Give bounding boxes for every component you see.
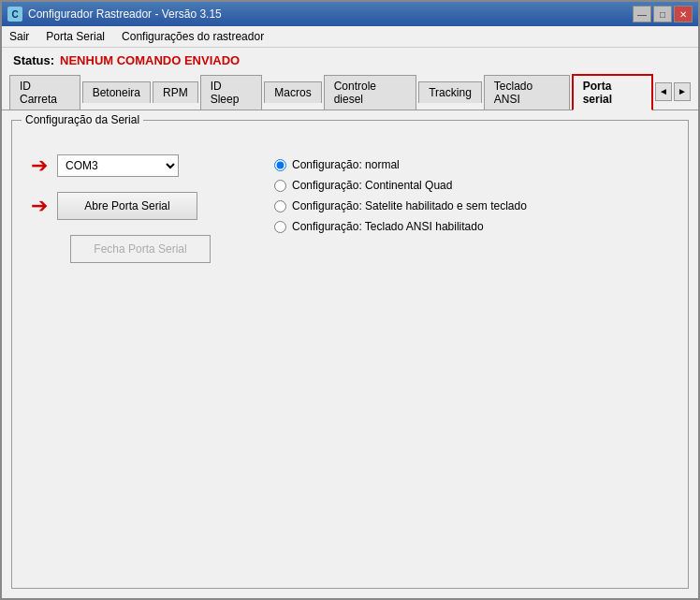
- minimize-button[interactable]: —: [633, 6, 651, 22]
- status-label: Status:: [13, 53, 54, 67]
- tab-id-carreta[interactable]: ID Carreta: [9, 75, 80, 110]
- app-icon: C: [7, 7, 22, 22]
- open-port-row: ➔ Abre Porta Serial: [31, 192, 218, 220]
- tab-betoneira[interactable]: Betoneira: [82, 81, 151, 103]
- main-window: C Configurador Rastreador - Versão 3.15 …: [0, 0, 700, 600]
- content-area: Configuração da Serial ➔ COM3 COM1 COM2 …: [2, 110, 698, 598]
- tab-porta-serial[interactable]: Porta serial: [572, 74, 653, 110]
- tab-next-button[interactable]: ►: [674, 82, 691, 101]
- close-button[interactable]: ✕: [674, 6, 693, 22]
- tab-prev-button[interactable]: ◄: [655, 82, 672, 101]
- menu-bar: Sair Porta Serial Configurações do rastr…: [2, 26, 698, 48]
- com-port-select[interactable]: COM3 COM1 COM2 COM4: [57, 154, 179, 177]
- group-inner: ➔ COM3 COM1 COM2 COM4 ➔ Abre Porta Seria…: [31, 154, 669, 263]
- radio-teclado-ansi-input[interactable]: [274, 221, 286, 233]
- title-bar-left: C Configurador Rastreador - Versão 3.15: [7, 7, 222, 22]
- status-value: NENHUM COMANDO ENVIADO: [60, 53, 240, 67]
- radio-satelite-label: Configuração: Satelite habilitado e sem …: [292, 199, 527, 212]
- tabs-container: ID Carreta Betoneira RPM ID Sleep Macros…: [2, 73, 698, 110]
- radio-continental[interactable]: Configuração: Continental Quad: [274, 179, 527, 192]
- menu-porta-serial[interactable]: Porta Serial: [42, 28, 109, 45]
- radio-satelite[interactable]: Configuração: Satelite habilitado e sem …: [274, 199, 527, 212]
- radio-continental-label: Configuração: Continental Quad: [292, 179, 452, 192]
- radio-normal[interactable]: Configuração: normal: [274, 158, 527, 171]
- left-panel: ➔ COM3 COM1 COM2 COM4 ➔ Abre Porta Seria…: [31, 154, 218, 263]
- tab-rpm[interactable]: RPM: [153, 81, 198, 103]
- tab-macros[interactable]: Macros: [264, 81, 321, 103]
- tab-tracking[interactable]: Tracking: [418, 81, 482, 103]
- tab-controle-diesel[interactable]: Controle diesel: [324, 75, 417, 110]
- radio-normal-label: Configuração: normal: [292, 158, 400, 171]
- title-bar: C Configurador Rastreador - Versão 3.15 …: [2, 2, 698, 26]
- tab-nav: ◄ ►: [655, 82, 691, 101]
- menu-sair[interactable]: Sair: [6, 28, 33, 45]
- radio-teclado-ansi-label: Configuração: Teclado ANSI habilitado: [292, 220, 484, 233]
- serial-config-group: Configuração da Serial ➔ COM3 COM1 COM2 …: [11, 120, 689, 589]
- menu-configuracoes[interactable]: Configurações do rastreador: [118, 28, 268, 45]
- radio-satelite-input[interactable]: [274, 200, 286, 212]
- arrow-btn-indicator: ➔: [31, 196, 48, 216]
- tab-id-sleep[interactable]: ID Sleep: [200, 75, 263, 110]
- close-port-button[interactable]: Fecha Porta Serial: [70, 235, 211, 263]
- title-buttons: — □ ✕: [633, 6, 693, 22]
- status-bar: Status: NENHUM COMANDO ENVIADO: [2, 48, 698, 73]
- arrow-com-indicator: ➔: [31, 155, 48, 176]
- open-port-button[interactable]: Abre Porta Serial: [57, 192, 197, 220]
- radio-continental-input[interactable]: [274, 180, 286, 192]
- tab-teclado-ansi[interactable]: Teclado ANSI: [484, 75, 570, 110]
- maximize-button[interactable]: □: [653, 6, 672, 22]
- radio-teclado-ansi[interactable]: Configuração: Teclado ANSI habilitado: [274, 220, 527, 233]
- close-port-row: Fecha Porta Serial: [31, 235, 218, 263]
- radio-normal-input[interactable]: [274, 159, 286, 171]
- right-panel: Configuração: normal Configuração: Conti…: [274, 158, 527, 263]
- group-box-title: Configuração da Serial: [22, 113, 143, 126]
- com-row: ➔ COM3 COM1 COM2 COM4: [31, 154, 218, 177]
- window-title: Configurador Rastreador - Versão 3.15: [28, 7, 222, 21]
